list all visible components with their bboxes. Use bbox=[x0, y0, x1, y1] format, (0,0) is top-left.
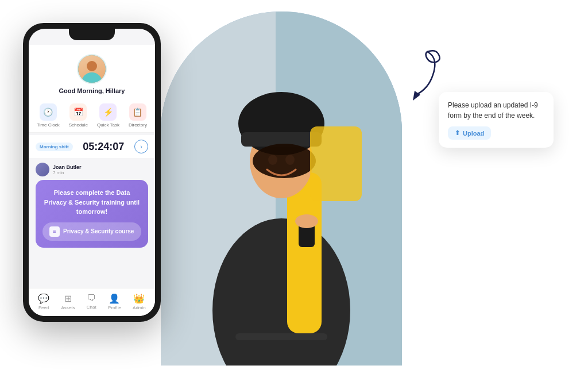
svg-point-7 bbox=[253, 144, 316, 178]
action-schedule[interactable]: 📅 Schedule bbox=[69, 103, 88, 128]
person-photo bbox=[161, 11, 402, 366]
action-directory[interactable]: 📋 Directory bbox=[129, 103, 147, 128]
phone-content: Good Morning, Hillary 🕐 Time Clock 📅 Sch… bbox=[29, 29, 155, 316]
greeting-text: Good Morning, Hillary bbox=[59, 87, 125, 94]
sender-avatar bbox=[36, 163, 49, 176]
quick-actions: 🕐 Time Clock 📅 Schedule ⚡ Quick Task 📋 D… bbox=[29, 99, 155, 133]
nav-admin[interactable]: 👑 Admin bbox=[133, 293, 146, 310]
timer-arrow-button[interactable]: › bbox=[134, 140, 148, 153]
nav-chat[interactable]: 🗨 Chat bbox=[87, 293, 96, 310]
assets-label: Assets bbox=[61, 305, 75, 310]
sender-time: 7 min bbox=[53, 170, 82, 175]
message-text: Please complete the Data Privacy & Secur… bbox=[42, 188, 141, 217]
course-button[interactable]: ≡ Privacy & Security course bbox=[42, 222, 141, 241]
directory-label: Directory bbox=[129, 122, 147, 128]
course-label: Privacy & Security course bbox=[63, 228, 134, 234]
phone-mockup: Good Morning, Hillary 🕐 Time Clock 📅 Sch… bbox=[23, 23, 161, 322]
directory-icon: 📋 bbox=[129, 103, 146, 121]
upload-label: Upload bbox=[463, 130, 484, 137]
notification-card: Please upload an updated I-9 form by the… bbox=[439, 92, 554, 148]
quick-task-label: Quick Task bbox=[97, 122, 119, 128]
svg-point-9 bbox=[285, 155, 295, 165]
assets-icon: ⊞ bbox=[64, 293, 72, 304]
nav-feed[interactable]: 💬 Feed bbox=[38, 293, 49, 310]
feed-icon: 💬 bbox=[38, 293, 49, 304]
curved-arrow-svg bbox=[381, 46, 450, 103]
notification-text: Please upload an updated I-9 form by the… bbox=[448, 100, 544, 121]
nav-profile[interactable]: 👤 Profile bbox=[108, 293, 121, 310]
svg-point-8 bbox=[268, 155, 277, 165]
nav-assets[interactable]: ⊞ Assets bbox=[61, 293, 75, 310]
action-quick-task[interactable]: ⚡ Quick Task bbox=[97, 103, 119, 128]
avatar-face bbox=[78, 54, 106, 84]
avatar bbox=[77, 54, 107, 84]
chat-label: Chat bbox=[87, 305, 96, 310]
bottom-nav: 💬 Feed ⊞ Assets 🗨 Chat 👤 Profile bbox=[29, 288, 155, 316]
sender-info: Joan Butler 7 min bbox=[53, 164, 82, 175]
message-section: Joan Butler 7 min Please complete the Da… bbox=[29, 158, 155, 288]
shift-badge: Morning shift bbox=[36, 143, 73, 151]
profile-icon: 👤 bbox=[109, 293, 120, 304]
course-icon: ≡ bbox=[49, 226, 60, 237]
message-card: Please complete the Data Privacy & Secur… bbox=[36, 180, 148, 248]
svg-rect-12 bbox=[310, 126, 362, 201]
time-clock-icon: 🕐 bbox=[40, 103, 57, 121]
schedule-label: Schedule bbox=[69, 122, 88, 128]
svg-point-11 bbox=[295, 214, 318, 228]
profile-section: Good Morning, Hillary bbox=[29, 45, 155, 99]
arrow-annotation bbox=[381, 46, 450, 106]
action-time-clock[interactable]: 🕐 Time Clock bbox=[37, 103, 60, 128]
admin-icon: 👑 bbox=[133, 293, 145, 304]
admin-label: Admin bbox=[133, 305, 146, 310]
chat-icon: 🗨 bbox=[87, 293, 96, 303]
phone-notch bbox=[69, 29, 115, 40]
quick-task-icon: ⚡ bbox=[99, 103, 117, 121]
feed-label: Feed bbox=[38, 305, 49, 310]
phone-screen: Good Morning, Hillary 🕐 Time Clock 📅 Sch… bbox=[29, 29, 155, 316]
sender-name: Joan Butler bbox=[53, 164, 82, 170]
main-scene: Good Morning, Hillary 🕐 Time Clock 📅 Sch… bbox=[0, 0, 588, 377]
upload-button[interactable]: ⬆ Upload bbox=[448, 126, 491, 140]
svg-rect-13 bbox=[235, 333, 327, 340]
timer-display: 05:24:07 bbox=[78, 141, 130, 153]
person-illustration bbox=[161, 11, 402, 366]
shift-section: Morning shift 05:24:07 › bbox=[29, 135, 155, 158]
message-sender: Joan Butler 7 min bbox=[36, 163, 148, 176]
upload-icon: ⬆ bbox=[455, 129, 460, 137]
time-clock-label: Time Clock bbox=[37, 122, 60, 128]
photo-inner bbox=[161, 11, 402, 366]
profile-label: Profile bbox=[108, 305, 121, 310]
schedule-icon: 📅 bbox=[69, 103, 87, 121]
